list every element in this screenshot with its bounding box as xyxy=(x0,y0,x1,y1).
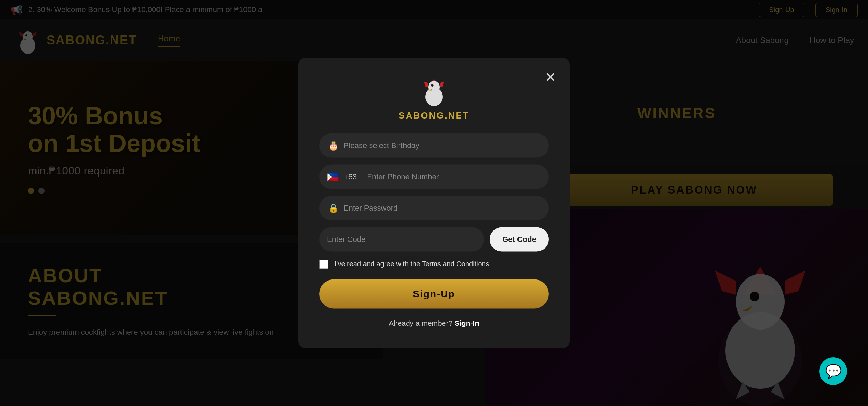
get-code-button[interactable]: Get Code xyxy=(490,227,549,252)
flag-icon: 🇵🇭 xyxy=(327,171,339,182)
chat-button[interactable]: 💬 xyxy=(819,357,847,385)
birthday-field: 🎂 xyxy=(319,133,549,158)
modal-close-button[interactable]: ✕ xyxy=(542,68,559,86)
modal-logo-text: SABONG.NET xyxy=(399,110,469,121)
birthday-icon: 🎂 xyxy=(328,141,339,151)
signin-link[interactable]: Sign-In xyxy=(455,319,479,327)
modal-logo: SABONG.NET xyxy=(319,75,549,121)
chat-icon: 💬 xyxy=(825,364,842,379)
password-field: 🔒 xyxy=(319,196,549,220)
signup-button[interactable]: Sign-Up xyxy=(319,279,549,309)
birthday-input[interactable] xyxy=(319,133,549,158)
lock-icon: 🔒 xyxy=(328,203,339,213)
code-row: Get Code xyxy=(319,227,549,252)
phone-field: 🇵🇭 +63 xyxy=(319,165,549,189)
signup-modal: ✕ SABONG.NET 🎂 🇵🇭 +63 🔒 xyxy=(298,58,570,348)
phone-divider xyxy=(362,171,362,183)
phone-code: +63 xyxy=(344,172,357,181)
terms-checkbox[interactable] xyxy=(319,260,328,269)
close-icon: ✕ xyxy=(545,70,556,84)
already-member-text: Already a member? Sign-In xyxy=(319,319,549,327)
phone-field-inner: 🇵🇭 +63 xyxy=(319,165,549,189)
modal-logo-icon xyxy=(418,75,450,107)
svg-point-19 xyxy=(428,81,440,94)
code-input[interactable] xyxy=(319,227,484,252)
password-input[interactable] xyxy=(319,196,549,220)
svg-marker-23 xyxy=(424,82,428,87)
terms-row: I've read and agree with the Terms and C… xyxy=(319,259,549,269)
svg-marker-22 xyxy=(440,82,444,87)
svg-point-20 xyxy=(431,84,434,87)
phone-input[interactable] xyxy=(367,165,541,189)
terms-text: I've read and agree with the Terms and C… xyxy=(335,259,489,269)
